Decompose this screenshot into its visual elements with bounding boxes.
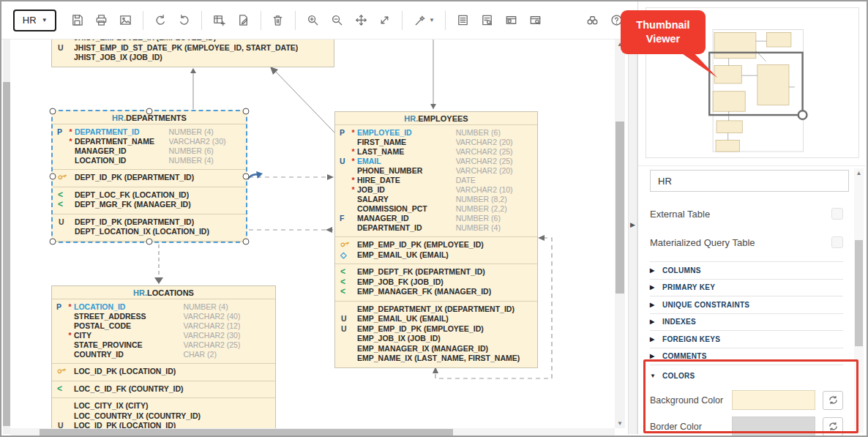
background-color-swatch[interactable] — [732, 390, 815, 410]
column-row[interactable]: U*EMAILVARCHAR2 (25) — [340, 157, 533, 166]
index-row[interactable]: LOC_CITY_IX (CITY) — [56, 401, 271, 411]
index-row[interactable]: UDEPT_ID_PK (DEPARTMENT_ID) — [57, 217, 242, 228]
panel-scrollbar-thumb[interactable] — [855, 240, 863, 346]
selection-handle[interactable] — [146, 238, 153, 244]
foreign-key-row[interactable]: <EMP_DEPT_FK (DEPARTMENT_ID) — [340, 267, 533, 277]
column-row[interactable]: LOCATION_IDNUMBER (4) — [57, 156, 242, 165]
materialized-query-table-checkbox[interactable] — [831, 236, 843, 248]
index-row[interactable]: EMP_MANAGER_IX (MANAGER_ID) — [340, 344, 533, 354]
edit-object-button[interactable] — [231, 8, 255, 33]
help-button[interactable] — [605, 8, 629, 33]
column-row[interactable]: DEPARTMENT_IDNUMBER (4) — [340, 223, 533, 233]
canvas-vertical-scrollbar-thumb[interactable] — [616, 122, 624, 294]
scroll-down-icon[interactable]: ▼ — [615, 420, 625, 427]
table-departments[interactable]: HR.DEPARTMENTSP*DEPARTMENT_IDNUMBER (4)*… — [51, 110, 247, 243]
index-row[interactable]: UEMP_EMP_ID_PK (EMPLOYEE_ID) — [340, 324, 533, 335]
resize-diagram-button[interactable] — [373, 8, 397, 33]
section-header-colors[interactable]: ▼ COLORS — [650, 367, 843, 384]
external-table-checkbox[interactable] — [831, 208, 843, 220]
export-image-button[interactable] — [113, 8, 138, 33]
border-color-swatch[interactable] — [732, 417, 815, 436]
canvas-horizontal-scrollbar[interactable] — [10, 428, 615, 437]
column-row[interactable]: MANAGER_IDNUMBER (6) — [57, 146, 242, 156]
redo-button[interactable] — [172, 8, 196, 33]
selection-handle[interactable] — [146, 108, 153, 115]
canvas-horizontal-scrollbar-thumb[interactable] — [40, 429, 453, 436]
key-row[interactable]: LOC_ID_PK (LOCATION_ID) — [56, 367, 271, 377]
index-row[interactable]: UEMP_EMAIL_UK (EMAIL) — [340, 314, 533, 324]
selection-handle[interactable] — [243, 238, 250, 244]
thumbnail-viewer[interactable] — [646, 7, 859, 158]
schema-selector[interactable]: HR ▼ — [13, 10, 56, 31]
index-row[interactable]: EMP_NAME_IX (LAST_NAME, FIRST_NAME) — [340, 354, 533, 364]
selection-handle[interactable] — [50, 173, 56, 179]
left-scrollbar-thumb[interactable] — [3, 82, 10, 426]
section-header-primary-key[interactable]: ▶PRIMARY KEY — [650, 280, 843, 297]
key-row[interactable]: DEPT_ID_PK (DEPARTMENT_ID) — [57, 173, 242, 183]
key-row[interactable]: EMP_EMP_ID_PK (EMPLOYEE_ID) — [340, 240, 533, 250]
column-row[interactable]: STREET_ADDRESSVARCHAR2 (40) — [56, 312, 271, 321]
fit-to-window-button[interactable] — [349, 8, 373, 33]
table-name-input[interactable] — [650, 170, 849, 192]
diagram-search-report-button[interactable] — [523, 8, 547, 33]
table-locations[interactable]: HR.LOCATIONSP*LOCATION_IDNUMBER (4)STREE… — [51, 285, 276, 437]
table-jhist[interactable]: JHIST_EMPLOYEE_IX (EMPLOYEE_ID)UJHIST_EM… — [51, 40, 334, 67]
column-row[interactable]: *DEPARTMENT_NAMEVARCHAR2 (30) — [57, 137, 242, 146]
panel-splitter[interactable]: ▶ — [628, 40, 637, 434]
background-color-reset-button[interactable] — [823, 391, 843, 410]
index-row[interactable]: EMP_DEPARTMENT_IX (DEPARTMENT_ID) — [340, 305, 533, 315]
index-row[interactable]: EMP_JOB_IX (JOB_ID) — [340, 334, 533, 344]
foreign-key-row[interactable]: <EMP_MANAGER_FK (MANAGER_ID) — [340, 287, 533, 297]
column-row[interactable]: PHONE_NUMBERVARCHAR2 (20) — [340, 166, 533, 176]
foreign-key-row[interactable]: <LOC_C_ID_FK (COUNTRY_ID) — [56, 384, 271, 395]
section-header-indexes[interactable]: ▶INDEXES — [650, 314, 843, 332]
section-header-columns[interactable]: ▶COLUMNS — [650, 262, 843, 280]
column-row[interactable]: FIRST_NAMEVARCHAR2 (20) — [340, 138, 533, 147]
zoom-in-button[interactable] — [301, 8, 325, 33]
column-row[interactable]: SALARYNUMBER (8,2) — [340, 195, 533, 204]
index-row[interactable]: DEPT_LOCATION_IX (LOCATION_ID) — [57, 227, 242, 237]
column-row[interactable]: *LAST_NAMEVARCHAR2 (25) — [340, 147, 533, 157]
selection-handle[interactable] — [50, 238, 56, 244]
undo-button[interactable] — [149, 8, 173, 33]
left-scrollbar[interactable] — [3, 40, 10, 434]
foreign-key-row[interactable]: <EMP_JOB_FK (JOB_ID) — [340, 277, 533, 288]
index-row[interactable]: UJHIST_EMP_ID_ST_DATE_PK (EMPLOYEE_ID, S… — [56, 43, 329, 53]
column-row[interactable]: POSTAL_CODEVARCHAR2 (12) — [56, 321, 271, 331]
column-row[interactable]: COUNTRY_IDCHAR (2) — [56, 350, 271, 359]
zoom-out-button[interactable] — [325, 8, 349, 33]
table-employees[interactable]: HR.EMPLOYEESP*EMPLOYEE_IDNUMBER (6)FIRST… — [334, 111, 538, 368]
selection-handle[interactable] — [50, 108, 56, 115]
scroll-up-icon[interactable]: ▲ — [615, 41, 625, 48]
find-button[interactable] — [580, 8, 605, 33]
section-header-foreign-keys[interactable]: ▶FOREIGN KEYS — [650, 331, 843, 348]
thumbnail-viewport-handle[interactable] — [798, 111, 807, 119]
auto-layout-button[interactable]: ▼ — [408, 8, 440, 33]
foreign-key-row[interactable]: <DEPT_MGR_FK (MANAGER_ID) — [57, 200, 242, 210]
column-row[interactable]: P*DEPARTMENT_IDNUMBER (4) — [57, 127, 242, 137]
delete-button[interactable] — [266, 8, 291, 33]
border-color-reset-button[interactable] — [823, 417, 843, 436]
selection-handle[interactable] — [243, 173, 250, 179]
foreign-key-row[interactable]: <DEPT_LOC_FK (LOCATION_ID) — [57, 190, 242, 201]
column-row[interactable]: COMMISSION_PCTNUMBER (2,2) — [340, 204, 533, 214]
key-row[interactable]: ◇EMP_EMAIL_UK (EMAIL) — [340, 250, 533, 261]
column-row[interactable]: *JOB_IDVARCHAR2 (10) — [340, 185, 533, 195]
add-table-button[interactable] — [207, 8, 231, 33]
index-row[interactable]: LOC_COUNTRY_IX (COUNTRY_ID) — [56, 411, 271, 422]
selection-handle[interactable] — [243, 108, 250, 115]
print-button[interactable] — [89, 8, 113, 33]
ddl-preview-button[interactable] — [451, 8, 475, 33]
section-header-unique-constraints[interactable]: ▶UNIQUE CONSTRAINTS — [650, 296, 843, 314]
diagram-report-button[interactable] — [499, 8, 523, 33]
section-header-comments[interactable]: ▶COMMENTS — [650, 348, 843, 366]
canvas-vertical-scrollbar[interactable]: ▲ ▼ — [615, 40, 625, 428]
column-row[interactable]: *CITYVARCHAR2 (30) — [56, 331, 271, 340]
panel-scrollbar[interactable]: ▲ — [854, 168, 864, 433]
column-row[interactable]: P*LOCATION_IDNUMBER (4) — [56, 302, 271, 312]
column-row[interactable]: STATE_PROVINCEVARCHAR2 (25) — [56, 340, 271, 350]
column-row[interactable]: *HIRE_DATEDATE — [340, 176, 533, 185]
save-button[interactable] — [65, 8, 89, 33]
scroll-up-icon[interactable]: ▲ — [854, 170, 864, 176]
diagram-canvas[interactable]: JHIST_EMPLOYEE_IX (EMPLOYEE_ID)UJHIST_EM… — [10, 40, 628, 437]
